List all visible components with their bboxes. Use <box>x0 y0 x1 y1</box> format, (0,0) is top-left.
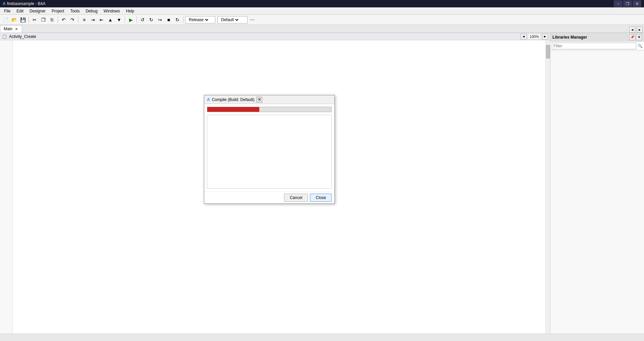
editor-header: 📋 Activity_Create ◄ 100% ► <box>0 33 550 40</box>
menu-project[interactable]: Project <box>49 8 67 14</box>
tab-bar-right: ◄ ► <box>629 27 644 33</box>
dialog-log[interactable] <box>207 115 332 189</box>
bottom-toolbar <box>0 334 644 341</box>
close-button[interactable]: Close <box>310 194 332 202</box>
debug-step[interactable]: ↪ <box>156 16 164 24</box>
zoom-display: 100% <box>528 34 541 39</box>
tab-scroll-left[interactable]: ◄ <box>629 27 635 33</box>
libraries-filter: 🔍 <box>550 42 644 50</box>
progress-bar-container <box>207 107 332 112</box>
tab-main-close[interactable]: ✕ <box>14 27 18 31</box>
menu-file[interactable]: File <box>1 8 13 14</box>
libraries-header: Libraries Manager 📌 ✕ <box>550 33 644 42</box>
progress-bar-fill <box>207 107 259 112</box>
minimize-button[interactable]: − <box>614 0 623 7</box>
run-button[interactable]: ▶ <box>127 16 135 24</box>
dialog-title-text: Compile (Build: Default) <box>212 97 255 102</box>
line-numbers <box>0 40 13 334</box>
menu-edit[interactable]: Edit <box>14 8 26 14</box>
redo-button[interactable]: ↷ <box>68 16 76 24</box>
configuration-select[interactable]: Default <box>220 17 239 22</box>
new-button[interactable]: 📄 <box>1 16 9 24</box>
title-bar: A firebasesample - B4A − ❒ ✕ <box>0 0 644 7</box>
libraries-panel: Libraries Manager 📌 ✕ 🔍 <box>550 33 644 334</box>
tab-scroll-right[interactable]: ► <box>637 27 643 33</box>
menu-bar: File Edit Designer Project Tools Debug W… <box>0 7 644 15</box>
tab-main-label: Main <box>4 27 12 31</box>
libraries-header-right: 📌 ✕ <box>629 34 642 40</box>
save-button[interactable]: 💾 <box>19 16 27 24</box>
menu-windows[interactable]: Windows <box>101 8 123 14</box>
dialog-title-bar[interactable]: A Compile (Build: Default) ✕ <box>204 95 334 104</box>
editor-header-right: ◄ 100% ► <box>521 34 548 40</box>
dialog-icon: A <box>207 97 210 102</box>
scroll-thumb[interactable] <box>546 45 550 58</box>
build-mode-select[interactable]: Release Debug <box>187 17 209 22</box>
paste-button[interactable]: ⎘ <box>48 16 56 24</box>
menu-debug[interactable]: Debug <box>83 8 100 14</box>
dialog-x-button[interactable]: ✕ <box>256 97 262 103</box>
undo-button[interactable]: ↶ <box>60 16 68 24</box>
debug-stop[interactable]: ■ <box>165 16 173 24</box>
title-bar-controls: − ❒ ✕ <box>614 0 641 7</box>
menu-designer[interactable]: Designer <box>27 8 48 14</box>
tab-bar: Main ✕ ◄ ► <box>0 25 644 33</box>
config-extra-button[interactable]: ⋯ <box>248 16 256 24</box>
filter-input[interactable] <box>552 43 636 49</box>
libraries-title: Libraries Manager <box>552 35 587 40</box>
libraries-list <box>550 50 644 334</box>
debug-prev[interactable]: ↺ <box>139 16 147 24</box>
editor-collapse[interactable]: ◄ <box>521 34 527 40</box>
cut-button[interactable]: ✂ <box>31 16 39 24</box>
menu-help[interactable]: Help <box>123 8 137 14</box>
refresh-button[interactable]: ↻ <box>173 16 181 24</box>
libraries-close[interactable]: ✕ <box>636 34 642 40</box>
title-bar-icon: A <box>3 1 6 6</box>
debug-next[interactable]: ↻ <box>147 16 155 24</box>
format-button[interactable]: ≡ <box>80 16 88 24</box>
vertical-scrollbar[interactable] <box>545 40 550 334</box>
toolbar: 📄 📂 💾 ✂ ❐ ⎘ ↶ ↷ ≡ ⇥ ⇤ ▲ ▼ ▶ ↺ ↻ ↪ ■ ↻ Re… <box>0 15 644 25</box>
tab-main[interactable]: Main ✕ <box>0 25 22 33</box>
dialog-buttons: Cancel Close <box>204 191 334 203</box>
copy-button[interactable]: ❐ <box>39 16 47 24</box>
libraries-pin[interactable]: 📌 <box>629 34 635 40</box>
restore-button[interactable]: ❒ <box>623 0 632 7</box>
move-down-button[interactable]: ▼ <box>115 16 123 24</box>
menu-tools[interactable]: Tools <box>67 8 82 14</box>
cancel-button[interactable]: Cancel <box>284 194 308 202</box>
configuration-dropdown[interactable]: Default <box>217 16 248 23</box>
move-up-button[interactable]: ▲ <box>106 16 114 24</box>
title-bar-text: firebasesample - B4A <box>7 1 46 6</box>
filter-search-icon: 🔍 <box>638 44 643 48</box>
open-button[interactable]: 📂 <box>10 16 18 24</box>
module-name: Activity_Create <box>9 34 36 39</box>
compile-dialog: A Compile (Build: Default) ✕ Cancel Clos… <box>204 95 335 204</box>
indent-button[interactable]: ⇥ <box>89 16 97 24</box>
module-icon: 📋 <box>2 34 7 39</box>
build-mode-dropdown[interactable]: Release Debug <box>185 16 215 23</box>
close-button[interactable]: ✕ <box>633 0 641 7</box>
outdent-button[interactable]: ⇤ <box>98 16 106 24</box>
editor-expand[interactable]: ► <box>542 34 548 40</box>
